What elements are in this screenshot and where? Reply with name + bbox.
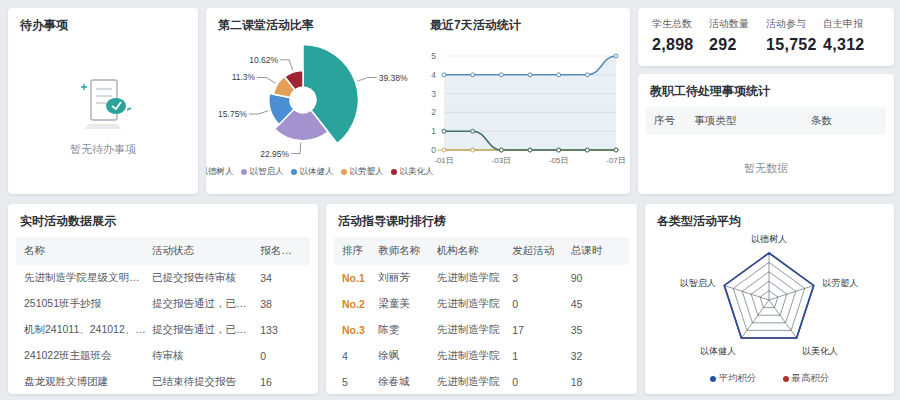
todo-empty-state: 暂无待办事项 [8, 72, 198, 157]
activity-status-cell: 已结束待提交报告 [152, 375, 260, 389]
launched-activities-cell: 17 [512, 324, 571, 336]
column-header: 名称 [24, 244, 152, 258]
stat-value: 2,898 [652, 36, 709, 54]
legend-dot-icon [291, 169, 297, 175]
stat-activity-participation: 活动参与 15,752 [766, 17, 823, 54]
ranking-table-header: 排序 教师名称 机构名称 发起活动 总课时 [334, 237, 629, 265]
activity-name-cell: 251051班手抄报 [24, 297, 152, 311]
x-axis-tick-label: -05日 [549, 156, 569, 165]
stat-value: 4,312 [823, 36, 880, 54]
data-point-marker [499, 73, 503, 77]
stat-label: 活动参与 [766, 17, 823, 31]
stat-total-students: 学生总数 2,898 [652, 17, 709, 54]
pie-value-label: 10.62% [249, 55, 278, 65]
column-header: 事项类型 [694, 114, 810, 128]
total-hours-cell: 32 [571, 350, 621, 362]
x-axis-tick-label: -01日 [434, 156, 454, 165]
signup-count-cell: 34 [260, 272, 302, 284]
column-header: 排序 [342, 244, 378, 258]
table-row: No.1刘丽芳先进制造学院390 [334, 265, 629, 291]
x-axis-tick-label: -07日 [606, 156, 626, 165]
table-row: 251051班手抄报提交报告通过，已发放学分38 [16, 291, 310, 317]
org-name-cell: 先进制造学院 [437, 375, 512, 389]
stat-value: 292 [709, 36, 766, 54]
rank-cell: 4 [342, 350, 378, 362]
launched-activities-cell: 0 [512, 298, 571, 310]
activity-type-radar-chart[interactable]: 以德树人以劳塑人以美化人以体健人以智启人 [645, 234, 894, 372]
org-name-cell: 先进制造学院 [437, 271, 512, 285]
data-point-marker [557, 73, 561, 77]
todo-empty-text: 暂无待办事项 [70, 142, 136, 157]
pie-legend: 以德树人以智启人以体健人以劳塑人以美化人 [206, 166, 418, 178]
pie-legend-item[interactable]: 以体健人 [291, 166, 334, 178]
x-axis-tick-label: -03日 [492, 156, 512, 165]
pie-value-label: 15.75% [218, 109, 247, 119]
legend-dot-icon [783, 376, 789, 382]
stat-label: 自主申报 [823, 17, 880, 31]
weekly-activity-line-chart[interactable]: 012345-01日-03日-05日-07日 [418, 38, 628, 186]
ranking-table-body: No.1刘丽芳先进制造学院390No.2梁童美先进制造学院045No.3陈雯先进… [326, 265, 637, 394]
column-header: 发起活动 [512, 244, 571, 258]
table-row: 241022班主题班会待审核0 [16, 343, 310, 369]
radar-panel: 各类型活动平均 以德树人以劳塑人以美化人以体健人以智启人 平均积分最高积分 [645, 204, 894, 394]
stat-label: 学生总数 [652, 17, 709, 31]
line-series[interactable] [444, 56, 616, 75]
table-row: 机制241011、241012、2410...提交报告通过，已发放学分133 [16, 317, 310, 343]
pie-legend-item[interactable]: 以智启人 [241, 166, 284, 178]
total-hours-cell: 35 [571, 324, 621, 336]
radar-axis-label: 以美化人 [802, 346, 838, 356]
empty-document-icon [64, 72, 142, 134]
radar-legend-item[interactable]: 平均积分 [710, 372, 757, 385]
stat-self-declared: 自主申报 4,312 [823, 17, 880, 54]
pie-label-leader [280, 60, 293, 70]
teacher-name-cell: 梁童美 [378, 297, 437, 311]
activity-ratio-pie-chart[interactable]: 39.38%22.95%15.75%11.3%10.62% [206, 38, 418, 164]
teacher-name-cell: 陈雯 [378, 323, 437, 337]
data-point-marker [471, 73, 475, 77]
activity-status-cell: 已提交报告待审核 [152, 271, 260, 285]
table-row: 先进制造学院星级文明宿舍奖...已提交报告待审核34 [16, 265, 310, 291]
y-axis-tick-label: 0 [431, 145, 436, 155]
column-header: 机构名称 [437, 244, 512, 258]
y-axis-tick-label: 1 [431, 126, 436, 136]
y-axis-tick-label: 5 [431, 51, 436, 61]
radar-legend-item[interactable]: 最高积分 [783, 372, 830, 385]
realtime-table-body: 先进制造学院星级文明宿舍奖...已提交报告待审核34251051班手抄报提交报告… [8, 265, 318, 394]
column-header: 序号 [654, 114, 694, 128]
org-name-cell: 先进制造学院 [437, 297, 512, 311]
radar-axis-label: 以劳塑人 [822, 278, 858, 288]
legend-label: 以智启人 [250, 166, 284, 178]
org-name-cell: 先进制造学院 [437, 349, 512, 363]
radar-axis-label: 以体健人 [700, 346, 736, 356]
pie-legend-item[interactable]: 以德树人 [206, 166, 234, 178]
table-row: No.2梁童美先进制造学院045 [334, 291, 629, 317]
stat-total-activities: 活动数量 292 [709, 17, 766, 54]
stat-value: 15,752 [766, 36, 823, 54]
activity-name-cell: 机制241011、241012、2410... [24, 323, 152, 337]
realtime-table-header: 名称 活动状态 报名人数 [16, 237, 310, 265]
pie-label-leader [257, 77, 275, 83]
column-header: 总课时 [571, 244, 621, 258]
charts-panel: 第二课堂活动比率 39.38%22.95%15.75%11.3%10.62% 以… [206, 8, 630, 194]
radar-axis-line [724, 285, 769, 300]
launched-activities-cell: 1 [512, 350, 571, 362]
data-point-marker [614, 54, 618, 58]
legend-dot-icon [241, 169, 247, 175]
signup-count-cell: 0 [260, 350, 302, 362]
legend-label: 最高积分 [792, 372, 830, 385]
total-hours-cell: 90 [571, 272, 621, 284]
activity-name-cell: 241022班主题班会 [24, 349, 152, 363]
activity-name-cell: 先进制造学院星级文明宿舍奖... [24, 271, 152, 285]
staff-table-header: 序号 事项类型 条数 [646, 107, 886, 135]
legend-label: 以劳塑人 [350, 166, 384, 178]
teacher-name-cell: 徐春城 [378, 375, 437, 389]
pie-label-leader [291, 143, 301, 154]
todo-panel-title: 待办事项 [8, 8, 198, 38]
pie-legend-item[interactable]: 以劳塑人 [341, 166, 384, 178]
signup-count-cell: 16 [260, 376, 302, 388]
column-header: 教师名称 [378, 244, 437, 258]
radar-panel-title: 各类型活动平均 [645, 204, 894, 234]
table-row: 4徐飒先进制造学院132 [334, 343, 629, 369]
y-axis-tick-label: 2 [431, 107, 436, 117]
signup-count-cell: 38 [260, 298, 302, 310]
